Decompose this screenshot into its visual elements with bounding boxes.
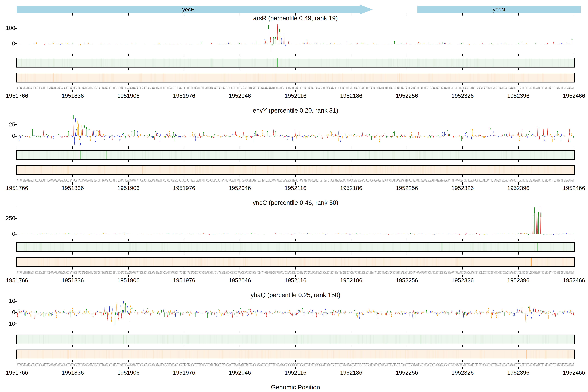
x-tick bbox=[574, 345, 574, 347]
x-tick bbox=[295, 267, 296, 270]
x-tick-label: 1952256 bbox=[389, 277, 424, 284]
attribution-logo-canvas bbox=[0, 114, 588, 146]
x-tick-label: 1951836 bbox=[55, 370, 90, 376]
x-tick bbox=[574, 90, 574, 92]
x-tick bbox=[351, 90, 352, 92]
x-tick-row bbox=[0, 367, 588, 370]
x-tick bbox=[72, 331, 73, 333]
x-tick-label: 1952256 bbox=[389, 185, 424, 191]
y-tick-label: 100 bbox=[0, 25, 15, 31]
x-tick bbox=[406, 160, 407, 162]
x-tick bbox=[574, 175, 574, 177]
x-tick bbox=[462, 175, 463, 177]
orange-attribution-strip-canvas bbox=[17, 73, 574, 82]
x-tick bbox=[128, 54, 128, 56]
x-tick bbox=[462, 345, 463, 347]
x-tick bbox=[518, 175, 518, 177]
x-tick bbox=[295, 345, 296, 347]
orange-attribution-strip-canvas bbox=[17, 258, 574, 266]
x-tick bbox=[295, 252, 296, 254]
x-tick-label: 1952396 bbox=[500, 185, 536, 191]
gene-arrow-yecN: yecN bbox=[417, 6, 581, 13]
x-tick bbox=[406, 331, 407, 333]
x-tick bbox=[240, 83, 240, 85]
x-tick bbox=[351, 267, 352, 270]
gene-label-yecE: yecE bbox=[16, 6, 360, 13]
panel-title: yncC (percentile 0.46, rank 50) bbox=[17, 199, 574, 206]
x-tick bbox=[72, 252, 73, 254]
x-tick bbox=[240, 275, 240, 277]
x-tick bbox=[184, 54, 184, 56]
x-tick bbox=[406, 367, 407, 369]
x-tick bbox=[351, 83, 352, 85]
x-tick bbox=[518, 146, 518, 149]
x-tick bbox=[518, 90, 518, 92]
x-tick-row bbox=[0, 83, 588, 85]
x-tick bbox=[351, 345, 352, 347]
x-tick bbox=[406, 267, 407, 270]
x-tick bbox=[574, 54, 574, 56]
x-tick bbox=[184, 175, 184, 177]
x-tick bbox=[72, 267, 73, 270]
x-tick bbox=[17, 267, 17, 270]
green-attribution-strip bbox=[16, 242, 575, 252]
x-tick bbox=[128, 367, 128, 369]
x-tick-label: 1952326 bbox=[445, 277, 480, 284]
x-tick bbox=[295, 331, 296, 333]
x-tick bbox=[72, 90, 73, 92]
x-tick bbox=[574, 239, 574, 241]
panel-title: envY (percentile 0.20, rank 31) bbox=[17, 107, 574, 114]
x-tick bbox=[462, 160, 463, 162]
x-tick-label: 1951976 bbox=[166, 277, 202, 284]
x-tick bbox=[406, 175, 407, 177]
x-tick bbox=[406, 146, 407, 149]
x-tick bbox=[574, 275, 574, 277]
x-tick-label: 1952256 bbox=[389, 370, 424, 376]
x-tick bbox=[17, 68, 17, 70]
x-tick bbox=[72, 345, 73, 347]
x-tick bbox=[462, 54, 463, 56]
x-tick bbox=[574, 182, 574, 184]
panel-arsR: arsR (percentile 0.49, rank 19)010019517… bbox=[0, 14, 588, 107]
x-tick bbox=[17, 252, 17, 254]
x-tick bbox=[518, 68, 518, 70]
x-tick-label-row: 1951766195183619519061951976195204619521… bbox=[0, 370, 588, 376]
x-tick bbox=[462, 367, 463, 369]
x-tick bbox=[17, 345, 17, 347]
gene-label-yecN: yecN bbox=[417, 6, 581, 13]
x-tick bbox=[184, 68, 184, 70]
x-tick-label: 1952326 bbox=[445, 92, 480, 99]
x-tick-row bbox=[0, 275, 588, 277]
x-tick-label: 1951976 bbox=[166, 370, 202, 376]
x-tick bbox=[72, 275, 73, 277]
x-tick bbox=[184, 367, 184, 369]
green-attribution-strip-canvas bbox=[17, 58, 574, 67]
x-tick-label: 1952396 bbox=[500, 92, 536, 99]
x-tick bbox=[518, 275, 518, 277]
x-tick-label: 1952326 bbox=[445, 185, 480, 191]
x-tick-label: 1952116 bbox=[278, 277, 313, 284]
x-tick bbox=[17, 83, 17, 85]
x-tick-row bbox=[0, 331, 588, 334]
x-tick-row bbox=[0, 175, 588, 178]
x-tick bbox=[128, 68, 128, 70]
x-tick bbox=[128, 360, 128, 362]
x-tick bbox=[295, 83, 296, 85]
x-tick-label: 1951976 bbox=[166, 92, 202, 99]
x-tick bbox=[462, 252, 463, 254]
x-tick-label: 1951766 bbox=[0, 185, 35, 191]
x-tick bbox=[240, 175, 240, 177]
x-tick bbox=[17, 175, 17, 177]
y-tick-label: 0 bbox=[0, 230, 15, 237]
y-tick-label: 0 bbox=[0, 40, 15, 47]
x-tick bbox=[128, 160, 128, 162]
x-tick bbox=[295, 367, 296, 369]
dna-sequence-track bbox=[0, 86, 588, 90]
y-tick-label: -10 bbox=[0, 320, 15, 327]
x-tick-label: 1952116 bbox=[278, 92, 313, 99]
x-tick bbox=[128, 331, 128, 333]
x-tick bbox=[184, 90, 184, 92]
x-tick-label: 1952186 bbox=[334, 370, 369, 376]
x-tick-label: 1952186 bbox=[334, 277, 369, 284]
gene-arrow-yecE: yecE bbox=[16, 6, 360, 13]
